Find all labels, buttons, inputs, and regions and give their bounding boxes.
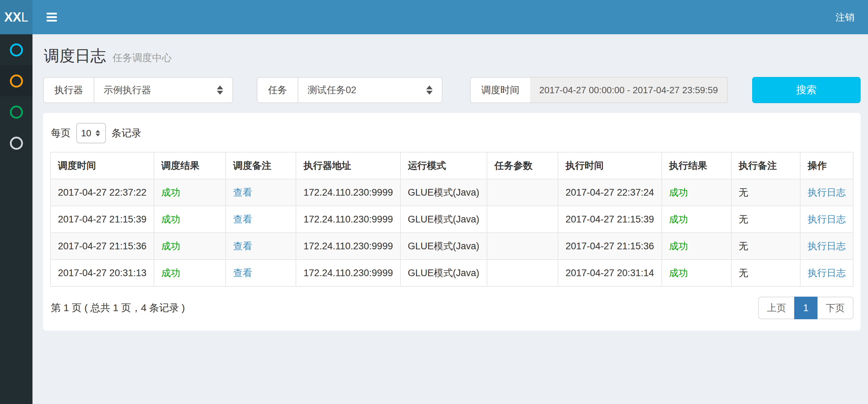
content-area: 调度日志 任务调度中心 执行器 示例执行器 任务 测试任务02 调度时间	[32, 34, 868, 404]
glue-type-cell: GLUE模式(Java)	[400, 206, 487, 233]
action-cell[interactable]: 执行日志	[800, 233, 853, 260]
handle-time-cell: 2017-04-27 21:15:36	[558, 233, 661, 260]
job-param-cell	[487, 179, 558, 206]
page-1-button[interactable]: 1	[794, 297, 818, 319]
action-cell[interactable]: 执行日志	[800, 260, 853, 286]
glue-type-cell: GLUE模式(Java)	[400, 179, 487, 206]
table-row: 2017-04-27 22:37:22成功查看172.24.110.230:99…	[50, 179, 853, 206]
trigger-time-cell: 2017-04-27 20:31:13	[50, 260, 154, 286]
job-filter-group: 任务 测试任务02	[257, 77, 442, 103]
action-cell[interactable]: 执行日志	[800, 179, 853, 206]
trigger-time-cell: 2017-04-27 22:37:22	[50, 179, 154, 206]
trigger-time-cell: 2017-04-27 21:15:39	[50, 206, 154, 233]
next-page-button[interactable]: 下页	[817, 297, 854, 319]
circle-o-icon	[10, 137, 23, 150]
column-header: 调度备注	[226, 152, 296, 179]
pagination: 上页 1 下页	[758, 297, 854, 319]
executor-address-cell: 172.24.110.230:9999	[296, 206, 400, 233]
sidebar-item-4[interactable]	[0, 127, 32, 159]
sidebar-toggle-icon[interactable]	[46, 9, 58, 25]
table-row: 2017-04-27 20:31:13成功查看172.24.110.230:99…	[50, 260, 853, 286]
job-param-cell	[487, 206, 558, 233]
sidebar-item-3[interactable]	[0, 96, 32, 127]
page-size-value: 10	[81, 128, 91, 139]
executor-address-cell: 172.24.110.230:9999	[296, 179, 400, 206]
navbar-main: 注销	[32, 0, 868, 34]
column-header: 任务参数	[487, 152, 558, 179]
handle-msg-cell: 无	[731, 233, 800, 260]
job-select-value: 测试任务02	[308, 84, 356, 96]
executor-filter-group: 执行器 示例执行器	[43, 77, 233, 103]
table-header-row: 调度时间调度结果调度备注执行器地址运行模式任务参数执行时间执行结果执行备注操作	[50, 152, 853, 179]
search-button[interactable]: 搜索	[752, 77, 861, 103]
handle-result-cell: 成功	[662, 179, 731, 206]
trigger-result-cell: 成功	[154, 233, 226, 260]
page-size-prefix-label: 每页	[51, 126, 71, 140]
column-header: 操作	[800, 152, 853, 179]
filter-toolbar: 执行器 示例执行器 任务 测试任务02 调度时间 搜索	[43, 77, 861, 103]
column-header: 执行结果	[662, 152, 731, 179]
circle-o-icon	[10, 106, 23, 119]
glue-type-cell: GLUE模式(Java)	[400, 233, 487, 260]
handle-result-cell: 成功	[662, 206, 731, 233]
job-select[interactable]: 测试任务02	[298, 77, 442, 103]
trigger-time-filter-group: 调度时间	[470, 77, 728, 103]
executor-select[interactable]: 示例执行器	[94, 77, 233, 103]
trigger-msg-cell[interactable]: 查看	[226, 206, 296, 233]
glue-type-cell: GLUE模式(Java)	[400, 260, 487, 286]
pagination-summary: 第 1 页 ( 总共 1 页，4 条记录 )	[51, 301, 185, 315]
handle-time-cell: 2017-04-27 20:31:14	[558, 260, 661, 286]
handle-time-cell: 2017-04-27 22:37:24	[558, 179, 661, 206]
sidebar-nav	[0, 34, 32, 404]
app-logo[interactable]: XXL	[0, 0, 32, 34]
column-header: 执行时间	[558, 152, 661, 179]
column-header: 调度时间	[50, 152, 154, 179]
top-navbar: XXL 注销	[0, 0, 868, 34]
column-header: 运行模式	[400, 152, 487, 179]
job-param-cell	[487, 233, 558, 260]
trigger-time-filter-label: 调度时间	[470, 77, 530, 103]
executor-address-cell: 172.24.110.230:9999	[296, 260, 400, 286]
trigger-result-cell: 成功	[154, 260, 226, 286]
job-filter-label: 任务	[257, 77, 298, 103]
prev-page-button[interactable]: 上页	[758, 297, 795, 319]
dispatch-log-table: 调度时间调度结果调度备注执行器地址运行模式任务参数执行时间执行结果执行备注操作 …	[50, 152, 854, 287]
table-row: 2017-04-27 21:15:36成功查看172.24.110.230:99…	[50, 233, 853, 260]
page-title: 调度日志	[44, 47, 106, 64]
handle-time-cell: 2017-04-27 21:15:39	[558, 206, 661, 233]
logo-text-light: L	[21, 10, 28, 25]
pagination-row: 第 1 页 ( 总共 1 页，4 条记录 ) 上页 1 下页	[50, 297, 854, 319]
column-header: 调度结果	[154, 152, 226, 179]
trigger-result-cell: 成功	[154, 179, 226, 206]
sidebar-item-2[interactable]	[0, 65, 32, 96]
sidebar-item-1[interactable]	[0, 34, 32, 65]
table-row: 2017-04-27 21:15:39成功查看172.24.110.230:99…	[50, 206, 853, 233]
handle-result-cell: 成功	[662, 260, 731, 286]
page-subtitle: 任务调度中心	[112, 52, 172, 63]
executor-address-cell: 172.24.110.230:9999	[296, 233, 400, 260]
column-header: 执行器地址	[296, 152, 400, 179]
log-panel: 每页 10 条记录 调度时间调度结果调度备注执行器地址运行模式任务参数执行时间执…	[43, 113, 861, 331]
executor-select-value: 示例执行器	[103, 84, 151, 96]
logo-text-bold: XX	[4, 10, 21, 25]
handle-msg-cell: 无	[731, 179, 800, 206]
xxl-job-admin-screen: XXL 注销 调度日志 任务调度中心 执行器 示例执行器 任务	[0, 0, 868, 404]
trigger-result-cell: 成功	[154, 206, 226, 233]
trigger-msg-cell[interactable]: 查看	[226, 260, 296, 286]
logout-link[interactable]: 注销	[836, 11, 855, 24]
handle-msg-cell: 无	[731, 206, 800, 233]
table-body: 2017-04-27 22:37:22成功查看172.24.110.230:99…	[50, 179, 853, 286]
select-caret-icon	[217, 85, 223, 95]
handle-result-cell: 成功	[662, 233, 731, 260]
trigger-msg-cell[interactable]: 查看	[226, 233, 296, 260]
trigger-msg-cell[interactable]: 查看	[226, 179, 296, 206]
action-cell[interactable]: 执行日志	[800, 206, 853, 233]
trigger-time-range-input[interactable]	[530, 77, 728, 103]
circle-o-icon	[10, 75, 23, 88]
column-header: 执行备注	[731, 152, 800, 179]
page-size-row: 每页 10 条记录	[51, 123, 854, 143]
circle-o-icon	[10, 43, 23, 57]
job-param-cell	[487, 260, 558, 286]
select-caret-icon	[426, 85, 433, 95]
page-size-select[interactable]: 10	[76, 123, 106, 143]
